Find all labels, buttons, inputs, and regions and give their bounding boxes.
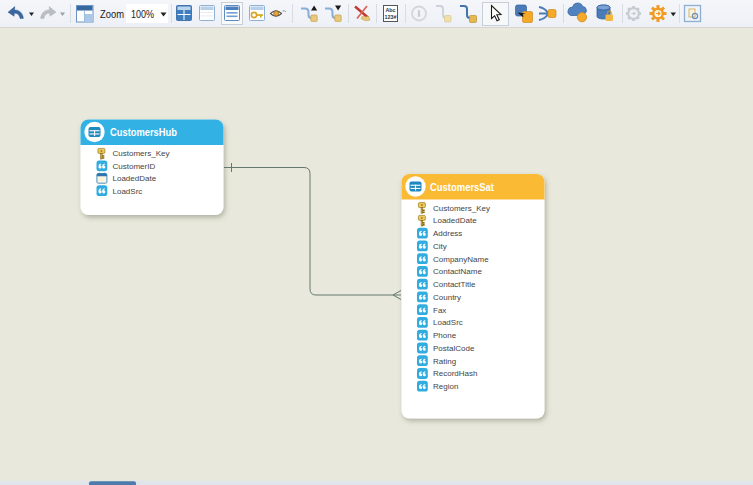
svg-text:Address: Address <box>433 229 462 238</box>
svg-text:Phone: Phone <box>433 331 457 340</box>
svg-text:123#: 123# <box>385 14 398 20</box>
svg-text:Country: Country <box>433 293 461 302</box>
svg-text:LoadSrc: LoadSrc <box>433 318 463 327</box>
svg-text:Fax: Fax <box>433 306 446 315</box>
svg-text:PostalCode: PostalCode <box>433 344 475 353</box>
svg-text:CompanyName: CompanyName <box>433 255 489 264</box>
svg-text:ContactTitle: ContactTitle <box>433 280 476 289</box>
svg-text:Customers_Key: Customers_Key <box>433 204 490 213</box>
svg-text:CustomersHub: CustomersHub <box>110 126 177 138</box>
svg-text:Customers_Key: Customers_Key <box>113 149 170 158</box>
svg-text:ContactName: ContactName <box>433 267 482 276</box>
svg-text:RecordHash: RecordHash <box>433 369 477 378</box>
svg-text:Rating: Rating <box>433 357 456 366</box>
svg-text:Zoom: Zoom <box>100 8 124 20</box>
svg-text:LoadedDate: LoadedDate <box>433 216 477 225</box>
svg-text:Abc: Abc <box>386 7 397 13</box>
svg-text:LoadSrc: LoadSrc <box>113 187 143 196</box>
svg-text:CustomersSat: CustomersSat <box>430 181 494 193</box>
svg-text:City: City <box>433 242 447 251</box>
svg-text:CustomerID: CustomerID <box>113 162 156 171</box>
svg-text:Region: Region <box>433 382 458 391</box>
svg-text:100%: 100% <box>131 8 154 20</box>
svg-text:LoadedDate: LoadedDate <box>113 174 157 183</box>
